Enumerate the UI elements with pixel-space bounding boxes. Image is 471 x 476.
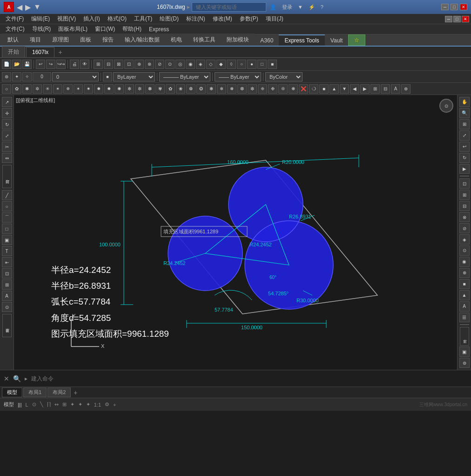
tb3-tool-17[interactable]: ✿ [166,84,175,94]
lt-circle[interactable]: ○ [2,201,12,211]
tb3-tool-18[interactable]: ❀ [176,84,185,94]
tab-schematic[interactable]: 原理图 [47,34,74,46]
tb-tool-12[interactable]: ◇ [206,60,215,69]
status-tool4[interactable]: ⌈⌉ [47,401,51,408]
lt-scale[interactable]: ⤢ [2,130,12,141]
plot-select[interactable]: ByColor [265,72,303,82]
tb-tool-2[interactable]: ⊟ [104,60,113,69]
rt-tool10[interactable]: ■ [459,279,470,289]
tb3-tool-21[interactable]: ❃ [207,84,216,94]
lt-select[interactable]: ↗ [2,97,12,107]
tab-layout2[interactable]: 布局2 [47,388,71,397]
tb3-tool-30[interactable]: ❌ [299,84,308,94]
rt-tool11[interactable]: ▲ [459,290,470,300]
lt-hatch[interactable]: ▣ [2,235,12,245]
tab-convert[interactable]: 转换工具 [188,34,221,46]
tb2-color[interactable]: ■ [103,72,112,82]
rt-zoom-prev[interactable]: ↩ [459,142,470,152]
tab-panel[interactable]: 面板 [74,34,97,46]
cmd-close[interactable]: ✕ [4,375,9,382]
rt-tool13[interactable]: ☰ [459,313,470,323]
menu-project[interactable]: 项目(J) [262,14,287,24]
menu-panel[interactable]: 面板布局(L) [54,24,91,34]
rt-showmotion[interactable]: ▶ [459,164,470,174]
tb3-tool-31[interactable]: ❍ [309,84,318,94]
status-tool3[interactable]: ╲ [40,401,43,408]
tab-io[interactable]: 输入/输出数据 [119,34,165,46]
network-icon[interactable]: ⚡ [307,3,317,11]
tb-tool-11[interactable]: ◈ [196,60,205,69]
tb3-tool-34[interactable]: ▼ [340,84,349,94]
tb-tool-18[interactable]: ■ [268,60,277,69]
tab-model[interactable]: 模型 [2,388,22,397]
tab-a360[interactable]: A360 [255,35,279,46]
menu-modify[interactable]: 修改(M) [209,14,236,24]
rt-tool7[interactable]: ⊙ [459,245,470,256]
rt-zoom[interactable]: 🔍 [459,108,470,118]
tb3-tool-37[interactable]: ⊞ [370,84,380,94]
menu-dim[interactable]: 标注(N) [182,14,209,24]
rt-tool2[interactable]: ⊞ [459,190,470,200]
menu-help[interactable]: 帮助(H) [119,24,145,34]
tab-mech[interactable]: 机电 [165,34,188,46]
tb3-tool-14[interactable]: ✼ [135,84,144,94]
lt-rotate[interactable]: ↻ [2,119,12,129]
tb2-otrack[interactable]: ✧ [22,72,32,82]
tab-project[interactable]: 项目 [24,34,47,46]
nav-back[interactable]: ◀ [17,3,22,12]
tb2-track[interactable]: ✦ [12,72,21,82]
inner-maximize[interactable]: □ [453,16,461,22]
lt-block[interactable]: ⊡ [2,268,12,279]
tb3-tool-15[interactable]: ✽ [145,84,155,94]
lt-ref[interactable]: ⊞ [2,279,12,290]
rt-tool14[interactable]: ▣ [459,347,470,357]
tb-save[interactable]: 💾 [22,60,32,69]
status-model-btn[interactable]: 模型 [4,401,14,408]
rt-tool4[interactable]: ⊗ [459,212,470,222]
lt-trim[interactable]: ✂ [2,142,12,152]
tb3-tool-2[interactable]: ✿ [12,84,21,94]
rt-tool6[interactable]: ◈ [459,234,470,245]
tb-tool-16[interactable]: ● [247,60,256,69]
menu-insert[interactable]: 插入(I) [80,14,103,24]
tb3-tool-25[interactable]: ❇ [248,84,257,94]
tb-tool-1[interactable]: ⊞ [94,60,103,69]
tb2-layer-dropdown[interactable]: 0 [33,72,51,82]
inner-minimize[interactable]: ─ [445,16,452,22]
tb3-tool-38[interactable]: ⊟ [381,84,390,94]
status-grid[interactable]: ||| [18,402,22,408]
tb3-tool-13[interactable]: ✻ [125,84,134,94]
tb3-tool-8[interactable]: ✶ [74,84,83,94]
tb-tool-8[interactable]: ⊙ [165,60,175,69]
tb-tool-13[interactable]: ◆ [216,60,226,69]
color-select[interactable]: ByLayer [113,72,155,82]
lt-rect[interactable]: □ [2,224,12,234]
lt-extend[interactable]: ⇔ [2,153,12,163]
lt-text[interactable]: T [2,246,12,256]
tb3-tool-11[interactable]: ✹ [104,84,114,94]
menu-format[interactable]: 格式(O) [104,14,130,24]
tab-vault[interactable]: Vault [325,35,348,46]
status-tool9[interactable]: ✦ [86,401,90,408]
minimize-button[interactable]: ─ [441,4,449,10]
tb3-tool-39[interactable]: A [391,84,400,94]
menu-edit[interactable]: 编辑(E) [27,14,54,24]
nav-forward[interactable]: ▶ [25,3,31,12]
lt-move[interactable]: ✛ [2,108,12,118]
doc-tab-add[interactable]: + [55,48,65,56]
menu-component[interactable]: 文件(C) [2,24,28,34]
status-tool7[interactable]: ✦ [70,401,74,408]
menu-params[interactable]: 参数(P) [236,14,262,24]
tab-default[interactable]: 默认 [2,34,24,46]
tb3-tool-20[interactable]: ❂ [196,84,206,94]
tb-tool-15[interactable]: ○ [237,60,246,69]
tb3-tool-22[interactable]: ❄ [217,84,226,94]
status-tool2[interactable]: ⊙ [32,401,36,408]
rt-tool5[interactable]: ⊘ [459,223,470,233]
lt-grip[interactable]: ⊙ [2,302,12,312]
tb-preview[interactable]: 👁 [80,60,89,69]
tb-tool-4[interactable]: ⊡ [124,60,134,69]
tb3-tool-33[interactable]: ▲ [330,84,339,94]
maximize-button[interactable]: □ [451,4,458,10]
tb-tool-9[interactable]: ◎ [175,60,185,69]
